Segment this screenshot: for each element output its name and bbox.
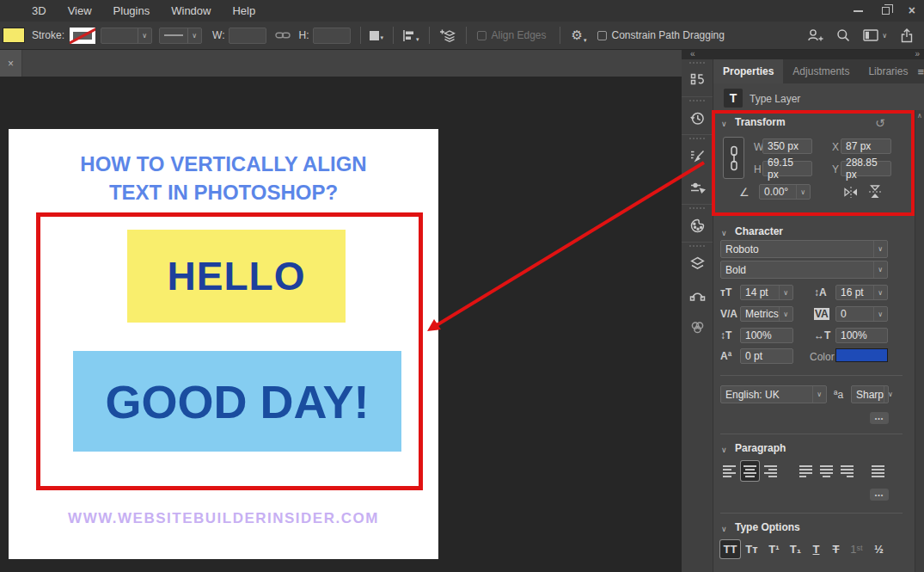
chevron-down-icon[interactable]: ∨ xyxy=(721,446,727,454)
photoshop-window: 3D View Plugins Window Help × Stroke: W:… xyxy=(0,0,924,572)
chevron-down-icon xyxy=(187,28,197,43)
search-icon[interactable] xyxy=(836,28,850,42)
justify-last-right-button[interactable] xyxy=(838,461,856,481)
expand-panels-icon[interactable]: » xyxy=(915,50,920,58)
menu-window[interactable]: Window xyxy=(171,4,211,17)
workspace-switcher[interactable]: ∨ xyxy=(863,29,887,41)
fractions-button[interactable]: ½ xyxy=(869,540,889,558)
font-size-dropdown[interactable]: 14 pt xyxy=(740,285,793,300)
kerning-icon: V/A xyxy=(720,308,737,320)
stroke-color-swatch[interactable] xyxy=(70,28,95,44)
flip-horizontal-icon[interactable] xyxy=(842,185,860,200)
transform-width-input[interactable]: 350 px xyxy=(762,138,812,154)
tab-adjustments[interactable]: Adjustments xyxy=(783,59,859,83)
shape-height-input[interactable] xyxy=(313,28,351,44)
hello-text-box: HELLO xyxy=(127,230,346,323)
align-icon xyxy=(402,29,415,42)
horizontal-scale-input[interactable]: 100% xyxy=(835,328,888,343)
link-dimensions-icon[interactable] xyxy=(275,31,291,40)
brushes-panel-icon[interactable] xyxy=(682,172,713,204)
language-dropdown[interactable]: English: UK xyxy=(720,385,827,403)
align-right-button[interactable] xyxy=(762,461,780,481)
layers-panel-icon[interactable] xyxy=(682,248,713,280)
panel-menu-icon[interactable]: ≡ xyxy=(917,59,924,83)
all-caps-button[interactable]: TT xyxy=(720,540,740,558)
constrain-path-checkbox[interactable] xyxy=(597,31,607,40)
panel-scrollbar[interactable]: ∧ xyxy=(915,110,924,572)
superscript-button[interactable]: T¹ xyxy=(764,540,784,558)
document-tab[interactable]: × xyxy=(0,50,22,77)
subscript-button[interactable]: T₁ xyxy=(786,540,805,558)
chevron-down-icon[interactable]: ∨ xyxy=(721,229,727,237)
transform-height-input[interactable]: 69.15 px xyxy=(762,161,812,176)
good-day-text-box: GOOD DAY! xyxy=(73,351,401,452)
chevron-down-icon[interactable]: ∨ xyxy=(721,525,727,533)
transform-section-title: Transform xyxy=(735,116,786,128)
ordinals-button[interactable]: 1ˢᵗ xyxy=(847,540,866,558)
transform-x-input[interactable]: 87 px xyxy=(841,138,891,154)
paths-panel-icon[interactable] xyxy=(682,280,713,311)
font-style-dropdown[interactable]: Bold xyxy=(720,261,888,279)
tab-libraries[interactable]: Libraries xyxy=(859,59,917,83)
align-edges-checkbox[interactable] xyxy=(477,31,486,40)
channels-panel-icon[interactable] xyxy=(682,311,713,343)
shape-width-input[interactable] xyxy=(229,28,266,44)
history-panel-icon[interactable] xyxy=(682,102,713,134)
rotate-angle-dropdown[interactable]: 0.00° xyxy=(759,184,811,200)
tab-close-icon[interactable]: × xyxy=(8,58,14,70)
anti-alias-icon: ªa xyxy=(834,389,843,401)
footer-url: WWW.WEBSITEBUILDERINSIDER.COM xyxy=(9,510,438,527)
brush-settings-panel-icon[interactable] xyxy=(682,140,713,172)
restore-icon[interactable] xyxy=(882,7,890,15)
align-center-button[interactable] xyxy=(741,461,759,481)
underline-button[interactable]: T xyxy=(806,540,826,558)
panel-tab-bar: Properties Adjustments Libraries ≡ xyxy=(713,59,924,83)
path-arrangement-button[interactable] xyxy=(438,28,456,43)
flip-vertical-icon[interactable] xyxy=(867,183,883,200)
justify-last-center-button[interactable] xyxy=(817,461,835,481)
share-icon[interactable] xyxy=(900,28,914,43)
kerning-dropdown[interactable]: Metrics xyxy=(740,306,793,322)
canvas-document[interactable]: HOW TO VERTICALLY ALIGN TEXT IN PHOTOSHO… xyxy=(9,129,438,559)
menu-view[interactable]: View xyxy=(68,4,92,17)
close-icon[interactable]: × xyxy=(909,0,915,22)
transform-y-input[interactable]: 288.85 px xyxy=(841,161,891,176)
scroll-up-icon[interactable]: ∧ xyxy=(917,112,922,120)
tool-settings-button[interactable]: ⚙▾ xyxy=(572,28,587,43)
stroke-type-dropdown[interactable] xyxy=(159,28,202,44)
menu-bar: 3D View Plugins Window Help × xyxy=(0,0,924,22)
swatches-panel-icon[interactable] xyxy=(682,210,713,242)
leading-dropdown[interactable]: 16 pt xyxy=(835,285,888,300)
path-operations-button[interactable]: ▾ xyxy=(370,31,383,40)
menu-plugins[interactable]: Plugins xyxy=(113,4,150,17)
chevron-down-icon[interactable]: ∨ xyxy=(721,120,727,128)
paragraph-more-options-button[interactable]: ••• xyxy=(870,489,889,501)
font-family-dropdown[interactable]: Roboto xyxy=(720,240,888,258)
baseline-shift-input[interactable]: 0 pt xyxy=(740,348,793,364)
fill-color-swatch[interactable] xyxy=(3,28,25,43)
vertical-scale-input[interactable]: 100% xyxy=(740,328,793,343)
minimize-icon[interactable] xyxy=(854,10,863,12)
menu-3d[interactable]: 3D xyxy=(32,4,46,17)
small-caps-button[interactable]: Tᴛ xyxy=(742,540,762,558)
path-alignment-button[interactable]: ▾ xyxy=(402,29,419,42)
clone-source-panel-icon[interactable] xyxy=(682,65,713,96)
justify-all-button[interactable] xyxy=(869,461,887,481)
align-left-button[interactable] xyxy=(720,461,738,481)
account-add-icon[interactable] xyxy=(807,28,823,42)
stroke-width-dropdown[interactable] xyxy=(101,28,152,44)
justify-last-left-button[interactable] xyxy=(797,461,815,481)
arrange-layers-icon xyxy=(438,28,456,43)
layer-type-label: Type Layer xyxy=(750,93,800,105)
menu-help[interactable]: Help xyxy=(232,4,255,17)
tab-properties[interactable]: Properties xyxy=(713,59,783,83)
character-more-options-button[interactable]: ••• xyxy=(870,412,889,424)
tracking-dropdown[interactable]: 0 xyxy=(835,306,888,322)
strikethrough-button[interactable]: T xyxy=(826,540,846,558)
collapse-panels-icon[interactable]: « xyxy=(690,50,695,58)
align-edges-label: Align Edges xyxy=(492,29,547,41)
text-color-swatch[interactable] xyxy=(835,348,888,362)
anti-alias-dropdown[interactable]: Sharp xyxy=(851,385,889,403)
constrain-proportions-button[interactable] xyxy=(723,137,744,179)
reset-transform-icon[interactable]: ↺ xyxy=(875,116,885,130)
